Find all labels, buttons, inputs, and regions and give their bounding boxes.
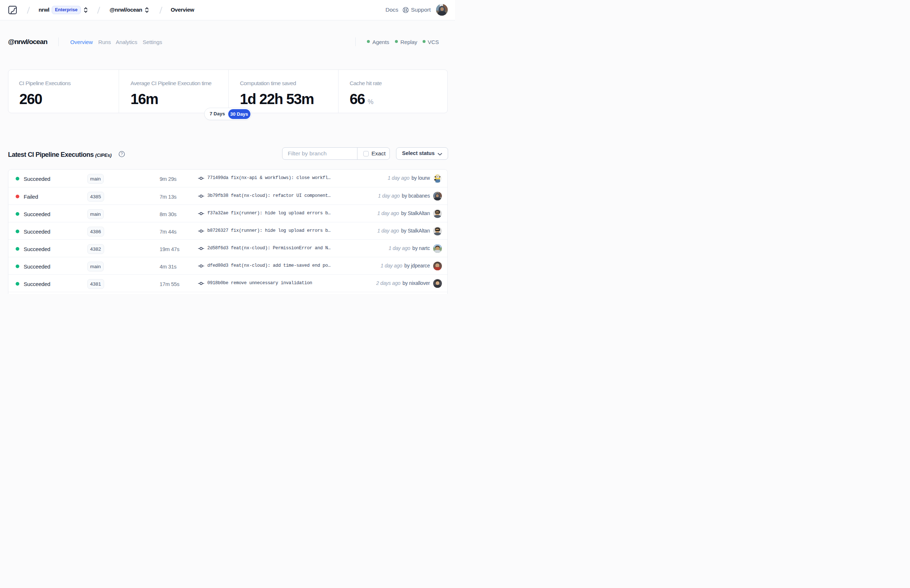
svg-text:?: ? — [121, 152, 123, 156]
